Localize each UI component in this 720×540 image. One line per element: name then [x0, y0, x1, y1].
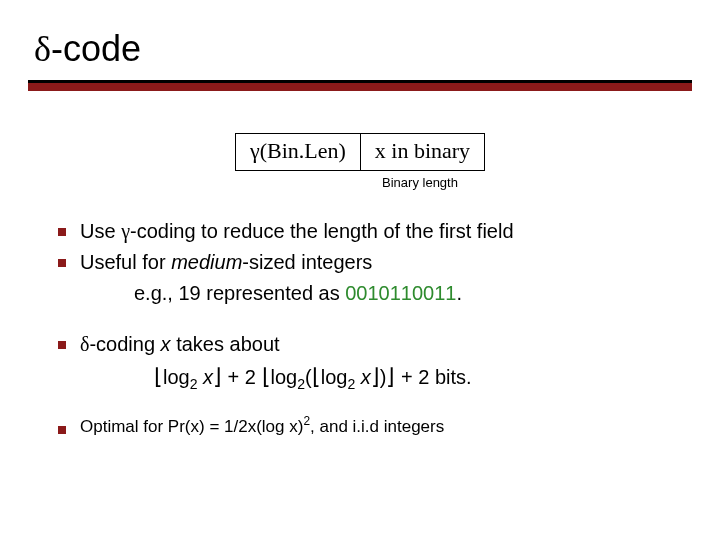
b4-pre: Optimal for Pr(x) = 1/2x(log x)	[80, 417, 303, 436]
cell-gamma-binlen: γ(Bin.Len)	[235, 134, 360, 171]
b2sub-pre: e.g., 19 represented as	[134, 282, 345, 304]
delta-symbol: δ	[34, 29, 51, 69]
bullet-icon	[58, 259, 66, 267]
b2sub-code: 0010110011	[345, 282, 456, 304]
bullet-1: Use γ-coding to reduce the length of the…	[54, 218, 666, 245]
title-underline	[28, 80, 692, 91]
bullet-icon	[58, 341, 66, 349]
cell1-text: (Bin.Len)	[260, 138, 346, 163]
b3-post1: -coding	[89, 333, 160, 355]
bullet-2: Useful for medium-sized integers	[54, 249, 666, 276]
b3-post2: takes about	[171, 333, 280, 355]
b3-x: x	[161, 333, 171, 355]
encoding-table: γ(Bin.Len) x in binary	[235, 133, 485, 171]
bullet-3: δ-coding x takes about	[54, 331, 666, 358]
table-caption: Binary length	[120, 175, 720, 190]
title-text: -code	[51, 28, 141, 69]
gamma-symbol: γ	[250, 138, 260, 163]
b1-post: -coding to reduce the length of the firs…	[130, 220, 514, 242]
bullet-4: Optimal for Pr(x) = 1/2x(log x)2, and i.…	[54, 416, 666, 439]
table-row: γ(Bin.Len) x in binary	[235, 134, 484, 171]
b2-post: -sized integers	[242, 251, 372, 273]
bullet-icon	[58, 426, 66, 434]
b2-italic: medium	[171, 251, 242, 273]
bullet-2-sub: e.g., 19 represented as 0010110011.	[134, 280, 666, 307]
b2-pre: Useful for	[80, 251, 171, 273]
b1-pre: Use	[80, 220, 121, 242]
bullet-icon	[58, 228, 66, 236]
b1-gamma: γ	[121, 220, 130, 242]
formula-line: ⌊log2 x⌋ + 2 ⌊log2(⌊log2 x⌋)⌋ + 2 bits.	[154, 362, 666, 392]
slide-body: Use γ-coding to reduce the length of the…	[0, 218, 720, 439]
slide-title: δ-code	[0, 0, 720, 76]
cell-x-binary: x in binary	[360, 134, 484, 171]
b4-post: , and i.i.d integers	[310, 417, 444, 436]
encoding-table-wrap: γ(Bin.Len) x in binary Binary length	[0, 133, 720, 190]
slide: δ-code γ(Bin.Len) x in binary Binary len…	[0, 0, 720, 540]
b2sub-post: .	[456, 282, 462, 304]
